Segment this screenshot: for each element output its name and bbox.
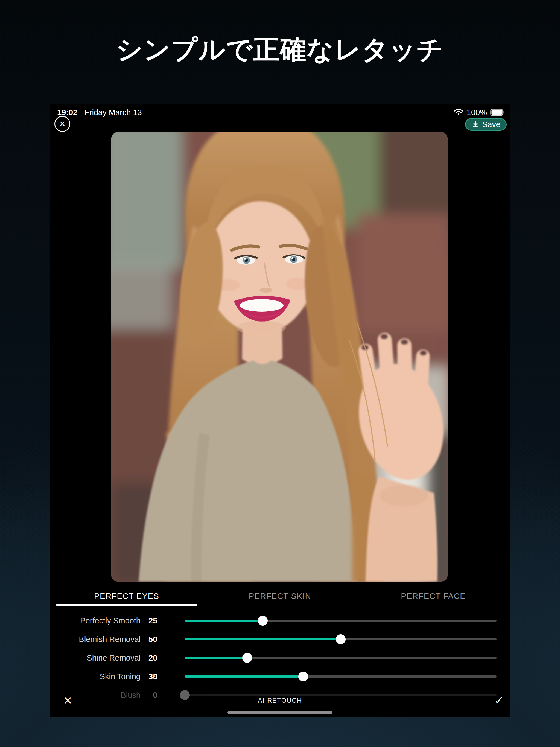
- slider-fill: [185, 620, 263, 622]
- tab-label: PERFECT FACE: [401, 592, 466, 601]
- slider-knob[interactable]: [336, 634, 346, 644]
- home-indicator[interactable]: [228, 711, 332, 714]
- save-button[interactable]: Save: [465, 118, 507, 131]
- tool-title: AI RETOUCH: [50, 697, 510, 704]
- wifi-icon: [454, 108, 463, 116]
- slider-label: Blemish Removal: [50, 635, 141, 644]
- tab-perfect-skin[interactable]: PERFECT SKIN: [203, 588, 357, 604]
- battery-icon: [490, 109, 505, 116]
- slider-value: 20: [143, 653, 157, 663]
- slider-panel: Perfectly Smooth 25 Blemish Removal 50 S…: [50, 611, 510, 704]
- slider-knob[interactable]: [258, 616, 268, 626]
- bottom-toolbar: ✕ AI RETOUCH ✓: [50, 694, 510, 707]
- slider-fill: [185, 657, 247, 659]
- portrait-photo[interactable]: [111, 132, 448, 582]
- slider-knob[interactable]: [242, 653, 252, 663]
- page-title: シンプルで正確なレタッチ: [0, 32, 560, 68]
- download-icon: [472, 120, 480, 129]
- status-date: Friday March 13: [84, 108, 142, 117]
- slider-label: Skin Toning: [50, 672, 141, 681]
- slider-value: 38: [143, 672, 157, 681]
- slider-row-shine-removal: Shine Removal 20: [50, 649, 510, 667]
- slider-value: 50: [143, 635, 157, 644]
- app-screenshot: 19:02 Friday March 13 100% ✕: [50, 104, 510, 717]
- slider-row-skin-toning: Skin Toning 38: [50, 667, 510, 686]
- slider-track[interactable]: [185, 620, 497, 622]
- tab-perfect-eyes[interactable]: PERFECT EYES: [50, 588, 203, 604]
- tab-label: PERFECT SKIN: [249, 592, 311, 601]
- slider-value: 25: [143, 616, 157, 625]
- slider-fill: [185, 638, 341, 640]
- slider-label: Shine Removal: [50, 653, 141, 663]
- slider-fill: [185, 675, 303, 677]
- slider-knob[interactable]: [298, 672, 308, 681]
- status-bar: 19:02 Friday March 13 100%: [57, 107, 505, 118]
- slider-track[interactable]: [185, 638, 497, 640]
- slider-label: Perfectly Smooth: [50, 616, 141, 625]
- tab-perfect-face[interactable]: PERFECT FACE: [357, 588, 510, 604]
- slider-track[interactable]: [185, 675, 497, 677]
- save-button-label: Save: [482, 120, 501, 129]
- slider-track[interactable]: [185, 657, 497, 659]
- close-button[interactable]: ✕: [54, 116, 70, 132]
- tab-label: PERFECT EYES: [94, 592, 159, 601]
- tab-bar: PERFECT EYES PERFECT SKIN PERFECT FACE: [50, 588, 510, 604]
- slider-row-perfectly-smooth: Perfectly Smooth 25: [50, 611, 510, 630]
- slider-row-blemish-removal: Blemish Removal 50: [50, 630, 510, 649]
- close-icon: ✕: [59, 120, 65, 129]
- battery-percent: 100%: [467, 108, 487, 117]
- status-time: 19:02: [57, 108, 77, 117]
